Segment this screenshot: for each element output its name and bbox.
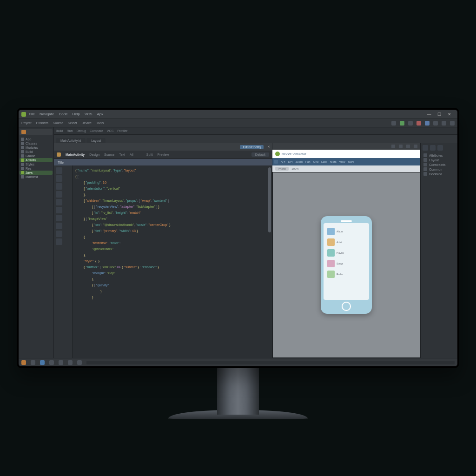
toolbar-source[interactable]: Source	[53, 121, 63, 125]
toolbar-run-icon[interactable]	[400, 121, 404, 126]
status-git-icon[interactable]	[68, 360, 73, 365]
attributes-item-constraints[interactable]: Constraints	[423, 162, 456, 167]
code-line[interactable]: { "orientation": "vertical"	[75, 185, 269, 192]
menu-navigate[interactable]: Navigate	[40, 112, 54, 116]
sidebar-item-manifest[interactable]: Manifest	[20, 175, 53, 179]
sidebar-item-modules[interactable]: Modules	[20, 145, 53, 150]
tab-compare[interactable]: Compare	[90, 129, 103, 132]
toolbar-device[interactable]: Device	[82, 121, 92, 125]
code-line[interactable]: "textView", "color":	[75, 240, 269, 246]
ptab-grid[interactable]: Grid	[313, 160, 318, 163]
code-line[interactable]: { "src": "@drawable/thumb", "scale": "ce…	[75, 222, 269, 228]
navtab-main[interactable]: MainActivity.kt	[56, 138, 86, 143]
tab-profiler[interactable]: Profiler	[117, 129, 127, 132]
sidebar-item-classes[interactable]: Classes	[20, 141, 53, 145]
ptab-night[interactable]: Night	[330, 160, 337, 163]
ptab-api[interactable]: API	[281, 160, 285, 163]
tabstrip-pin-icon[interactable]	[444, 129, 448, 133]
toolbar-sync-icon[interactable]	[425, 121, 430, 126]
gutter-bookmark-icon[interactable]	[56, 175, 62, 182]
code-line[interactable]: { [ "recyclerView", "adapter": "listAdap…	[75, 204, 269, 210]
code-line[interactable]: "style": { }	[75, 258, 269, 264]
code-line[interactable]: { [ "gravity"	[75, 282, 269, 288]
gutter-nav-icon[interactable]	[56, 199, 62, 205]
editor-fwd-icon[interactable]	[63, 145, 67, 149]
gutter-lint-icon[interactable]	[56, 223, 62, 229]
preview-dock-icon[interactable]	[414, 145, 417, 148]
file-tab-all[interactable]: All	[130, 153, 133, 156]
toolbar-search-icon[interactable]	[450, 121, 455, 126]
gutter-breakpoint-icon[interactable]	[56, 183, 62, 190]
code-line[interactable]: },	[75, 276, 269, 282]
status-todo-icon[interactable]	[49, 360, 54, 365]
tab-debug[interactable]: Debug	[76, 129, 86, 132]
toolbar-project[interactable]: Project	[21, 121, 32, 125]
gutter-todo-icon[interactable]	[56, 231, 62, 237]
attributes-item-common[interactable]: Common	[423, 167, 456, 172]
sidebar-item-styles[interactable]: Styles	[20, 162, 53, 166]
sidebar-item-app[interactable]: App	[20, 137, 53, 141]
code-line[interactable]: { [	[75, 173, 269, 179]
code-line[interactable]: },	[75, 192, 269, 198]
attributes-item-declared[interactable]: Declared	[423, 172, 456, 176]
gutter-struct-icon[interactable]	[56, 191, 62, 198]
gutter-warn-icon[interactable]	[56, 215, 62, 221]
editor-scrollbar[interactable]	[268, 167, 271, 232]
menu-apk[interactable]: Apk	[97, 112, 104, 116]
tab-build[interactable]: Build	[56, 129, 63, 132]
window-close-button[interactable]: ✕	[444, 111, 455, 118]
editor-close-button[interactable]: ✕	[267, 145, 270, 149]
preview-settings-icon[interactable]	[399, 145, 403, 148]
sidebar-item-build[interactable]: Build	[20, 150, 53, 154]
code-line[interactable]: } "id": "rv_list", "height": "match"	[75, 210, 269, 216]
code-line[interactable]: }	[75, 288, 269, 294]
gutter-collapse-icon[interactable]	[56, 167, 62, 174]
tab-vcs[interactable]: VCS	[107, 129, 113, 132]
ptab-zoom[interactable]: Zoom	[296, 160, 303, 163]
sidebar-item-res[interactable]: Res	[20, 166, 53, 171]
device-type-pill[interactable]: Phone	[275, 167, 289, 171]
window-maximize-button[interactable]: ☐	[434, 111, 444, 118]
window-minimize-button[interactable]: —	[424, 111, 434, 118]
panel-toggle-icon[interactable]	[423, 145, 428, 151]
code-line[interactable]: { "children": "linearLayout", "props": […	[75, 198, 269, 204]
toolbar-problem[interactable]: Problem	[36, 121, 48, 125]
status-logcat-icon[interactable]	[40, 360, 45, 365]
ptab-dpi[interactable]: DPI	[288, 160, 293, 163]
menu-help[interactable]: Help	[73, 112, 80, 116]
navtab-layout[interactable]: Layout	[86, 138, 106, 143]
code-line[interactable]: }	[75, 294, 269, 300]
status-build-icon[interactable]	[31, 360, 35, 365]
file-tab-split[interactable]: Split	[146, 153, 153, 156]
code-text-area[interactable]: { "name": "mainLayout", "type": "layout"…	[73, 165, 272, 358]
ptab-view[interactable]: View	[339, 160, 345, 163]
code-editor[interactable]: { "name": "mainLayout", "type": "layout"…	[54, 165, 272, 358]
status-terminal-icon[interactable]	[21, 360, 26, 365]
code-line[interactable]: "@color/dark"	[75, 246, 269, 252]
panel-more-icon[interactable]	[437, 145, 443, 151]
file-tab-design[interactable]: Design	[89, 153, 99, 156]
menu-vcs[interactable]: VCS	[85, 112, 92, 116]
preview-refresh-icon[interactable]	[391, 145, 395, 148]
code-line[interactable]: { "name": "mainLayout", "type": "layout"	[75, 167, 269, 173]
code-line[interactable]: { "button": [ "onClick" => { "submit" } …	[75, 264, 269, 270]
tab-run[interactable]: Run	[67, 129, 73, 132]
status-event-icon[interactable]	[77, 360, 82, 365]
file-tab-text[interactable]: Text	[119, 153, 125, 156]
tabstrip-hide-icon[interactable]	[452, 129, 456, 133]
file-tab-source[interactable]: Source	[104, 153, 114, 156]
toolbar-debug-icon[interactable]	[408, 121, 413, 126]
preview-tool-icon[interactable]	[274, 160, 278, 164]
gutter-fold-icon[interactable]	[56, 207, 62, 213]
code-line[interactable]: } [ "imageView"	[75, 216, 269, 222]
editor-config-dropdown[interactable]: EditorConfig	[240, 145, 264, 149]
attributes-item-attributes[interactable]: Attributes	[423, 153, 456, 158]
sidebar-item-java[interactable]: Java	[20, 171, 53, 175]
tabstrip-gear-icon[interactable]	[437, 129, 441, 133]
preview-canvas[interactable]: AlbumArtistPlaylistSongsRadio	[272, 172, 420, 358]
ptab-pan[interactable]: Pan	[305, 160, 311, 163]
sidebar-item-gradle[interactable]: Gradle	[20, 154, 53, 158]
menu-file[interactable]: File	[29, 112, 35, 116]
code-line[interactable]: { "padding": 16	[75, 179, 269, 185]
gutter-vcs-icon[interactable]	[56, 238, 62, 245]
